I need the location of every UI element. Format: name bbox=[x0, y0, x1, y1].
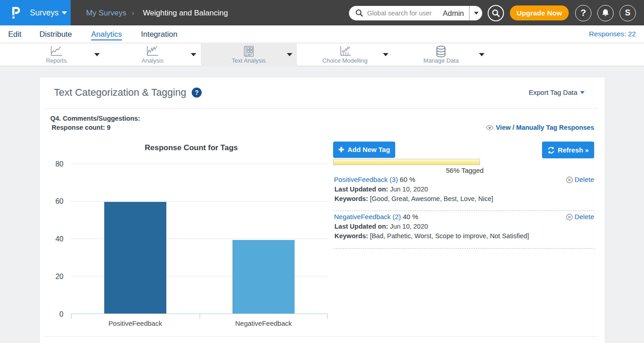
svg-text:0: 0 bbox=[59, 310, 63, 318]
svg-text:PositiveFeedback: PositiveFeedback bbox=[108, 319, 162, 327]
svg-text:60: 60 bbox=[55, 197, 63, 205]
svg-text:40: 40 bbox=[55, 235, 63, 243]
svg-text:20: 20 bbox=[55, 273, 63, 280]
svg-text:80: 80 bbox=[55, 160, 63, 168]
svg-text:Response Count for Tags: Response Count for Tags bbox=[145, 143, 238, 152]
svg-text:NegativeFeedback: NegativeFeedback bbox=[235, 319, 292, 327]
